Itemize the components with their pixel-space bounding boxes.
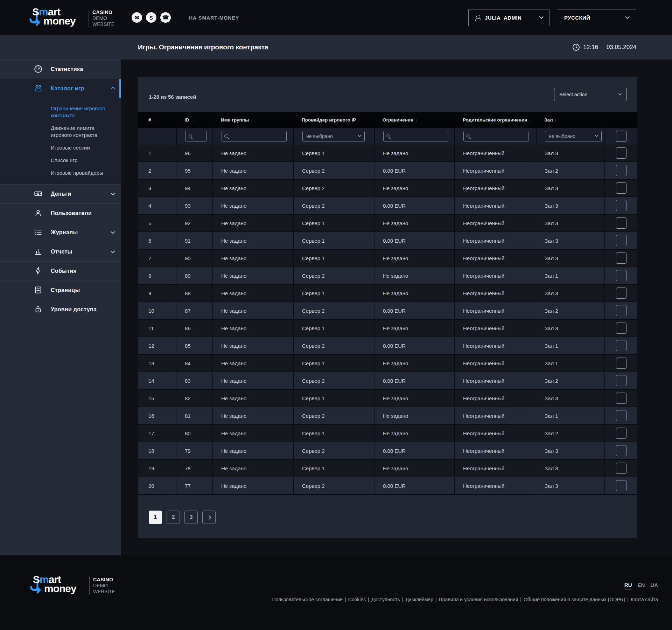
sidebar: СтатистикаКаталог игрОграничения игровог… (0, 35, 121, 555)
filter-group-input[interactable] (222, 131, 287, 141)
cell-group: Не задано (212, 215, 293, 232)
filter-restrictions-wrap (383, 131, 448, 141)
row-checkbox[interactable] (616, 235, 626, 246)
next-page-button[interactable] (202, 511, 216, 524)
row-checkbox[interactable] (616, 463, 626, 474)
row-checkbox[interactable] (616, 252, 626, 264)
column-header-restrictions[interactable]: Ограничения↓ (374, 112, 454, 128)
footer-link-4[interactable]: Дисклеймер (405, 597, 433, 602)
skype-icon-button[interactable]: S (146, 12, 156, 23)
page-button-1[interactable]: 1 (149, 511, 162, 524)
filter-cell-group (212, 128, 293, 145)
journal-icon (34, 228, 43, 237)
filter-group-wrap (222, 131, 287, 141)
filter-provider-select[interactable]: не выбрано (302, 131, 365, 141)
row-checkbox[interactable] (616, 200, 626, 211)
cell-id: 87 (176, 302, 212, 320)
cell-parental: Неограниченный (454, 285, 536, 302)
row-checkbox[interactable] (616, 358, 626, 369)
action-select[interactable]: Select action (554, 88, 626, 101)
brand-line-casino: CASINO (93, 577, 115, 583)
row-checkbox[interactable] (616, 270, 626, 281)
sidebar-item-users[interactable]: Пользователи (0, 203, 121, 223)
site-link[interactable]: НА SMART-MONEY (189, 15, 239, 21)
cell-parental: Неограниченный (454, 372, 536, 390)
footer-brand-block: CASINO DEMO WEBSITE (93, 577, 115, 595)
phone-icon-button[interactable]: ☎ (160, 12, 171, 23)
language-dropdown[interactable]: РУССКИЙ (557, 9, 636, 26)
table-row: 988Не заданоСервер 1Не заданоНеограничен… (138, 285, 637, 302)
column-header-id[interactable]: ID↓ (176, 112, 212, 128)
footer-link-2[interactable]: Cookies (348, 597, 366, 602)
sidebar-subitem-games-list[interactable]: Список игр (0, 154, 121, 167)
footer-link-1[interactable]: Пользовательское соглашение (272, 597, 343, 602)
sidebar-item-statistics[interactable]: Статистика (0, 60, 121, 79)
row-checkbox[interactable] (616, 165, 626, 176)
datetime: 12:16 03.05.2024 (573, 44, 636, 51)
user-name: JULIA_ADMIN (485, 15, 522, 21)
footer-link-6[interactable]: Общие положения о защите данных (GDPR) (524, 597, 625, 602)
column-header-hall[interactable]: Зал↓ (536, 112, 604, 128)
row-checkbox[interactable] (616, 182, 626, 194)
row-checkbox[interactable] (616, 480, 626, 491)
row-checkbox[interactable] (616, 393, 626, 404)
table-row: 1780Не заданоСервер 1Не заданоНеограниче… (138, 425, 637, 442)
column-header-parental[interactable]: Родительские ограничения↓ (454, 112, 536, 128)
filter-restrictions-input[interactable] (383, 131, 448, 141)
email-icon-button[interactable]: ✉ (132, 12, 142, 23)
footer-link-5[interactable]: Правила и условия использования (439, 597, 518, 602)
row-checkbox[interactable] (616, 147, 626, 159)
sidebar-item-journals[interactable]: Журналы (0, 223, 121, 242)
cell-num: 3 (138, 180, 176, 197)
cell-id: 89 (176, 267, 212, 285)
filter-hall-select[interactable]: не выбрано (545, 131, 602, 141)
sidebar-item-money[interactable]: Деньги (0, 184, 121, 203)
row-checkbox[interactable] (616, 445, 626, 456)
footer-link-3[interactable]: Доступность (371, 597, 400, 602)
page-button-2[interactable]: 2 (167, 511, 180, 524)
row-checkbox[interactable] (616, 288, 626, 299)
cell-id: 77 (176, 477, 212, 495)
sidebar-item-reports[interactable]: Отчеты (0, 242, 121, 261)
footer-lang-en[interactable]: EN (637, 582, 645, 589)
brand-line-website: WEBSITE (92, 21, 114, 27)
table-card: 1-20 из 56 записей Select action #↓ID↓Им… (138, 77, 637, 538)
row-checkbox[interactable] (616, 217, 626, 229)
cell-select (604, 285, 637, 302)
filter-parental-input[interactable] (463, 131, 528, 141)
row-checkbox[interactable] (616, 305, 626, 316)
footer-link-7[interactable]: Карта сайта (631, 597, 658, 602)
sidebar-item-games-catalog[interactable]: Каталог игр (0, 79, 121, 98)
user-dropdown[interactable]: JULIA_ADMIN (468, 9, 550, 26)
sidebar-item-pages[interactable]: Страницы (0, 281, 121, 300)
cell-restrictions: Не задано (374, 180, 454, 197)
row-checkbox[interactable] (616, 340, 626, 351)
row-checkbox[interactable] (616, 375, 626, 386)
column-header-provider[interactable]: Провайдер игрового IP↓ (293, 112, 374, 128)
user-icon (475, 15, 481, 21)
column-header-num[interactable]: #↓ (138, 112, 176, 128)
cell-restrictions: Не задано (374, 267, 454, 285)
sidebar-item-label: Журналы (51, 229, 78, 236)
sidebar-subitem-contract-limit-movement[interactable]: Движение лимита игрового контракта (0, 122, 121, 141)
filter-select-all-checkbox[interactable] (616, 131, 626, 142)
footer-lang-ua[interactable]: UA (650, 582, 658, 589)
sidebar-subitem-game-providers[interactable]: Игровые провайдеры (0, 167, 121, 179)
row-checkbox[interactable] (616, 323, 626, 334)
sidebar-item-access-levels[interactable]: Уровни доступа (0, 300, 121, 319)
cell-id: 92 (176, 215, 212, 232)
sidebar-subitem-game-sessions[interactable]: Игровые сессии (0, 141, 121, 154)
cell-group: Не задано (212, 337, 293, 355)
sidebar-item-label: Статистика (51, 66, 83, 72)
sidebar-subitem-contract-restrictions[interactable]: Ограничения игрового контракта (0, 102, 121, 122)
sidebar-item-events[interactable]: События (0, 261, 121, 281)
column-header-group[interactable]: Имя группы↓ (212, 112, 293, 128)
page-button-3[interactable]: 3 (184, 511, 198, 524)
cell-id: 91 (176, 232, 212, 250)
cell-group: Не задано (212, 232, 293, 250)
row-checkbox[interactable] (616, 428, 626, 439)
footer-lang-ru[interactable]: RU (624, 582, 632, 589)
row-checkbox[interactable] (616, 410, 626, 421)
filter-cell-num (138, 128, 176, 145)
cell-num: 8 (138, 267, 176, 285)
